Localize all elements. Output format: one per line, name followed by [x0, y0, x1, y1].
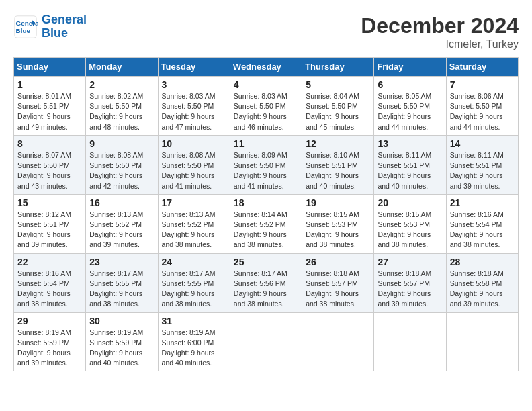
day-number: 11 [234, 138, 298, 149]
day-info: Sunrise: 8:11 AMSunset: 5:51 PMDaylight:… [450, 150, 515, 191]
day-number: 9 [89, 138, 154, 149]
day-number: 28 [450, 257, 515, 267]
day-info: Sunrise: 8:05 AMSunset: 5:50 PMDaylight:… [378, 91, 442, 132]
day-number: 2 [89, 79, 154, 90]
logo: General Blue General Blue [13, 13, 87, 40]
calendar-cell [446, 312, 518, 371]
day-info: Sunrise: 8:15 AMSunset: 5:53 PMDaylight:… [378, 210, 442, 250]
calendar-cell: 20 Sunrise: 8:15 AMSunset: 5:53 PMDaylig… [374, 194, 446, 253]
calendar-cell: 16 Sunrise: 8:13 AMSunset: 5:52 PMDaylig… [86, 194, 158, 253]
day-number: 27 [378, 257, 442, 267]
calendar-cell: 10 Sunrise: 8:08 AMSunset: 5:50 PMDaylig… [158, 135, 230, 194]
day-number: 14 [450, 138, 515, 149]
day-number: 3 [162, 79, 226, 90]
location: Icmeler, Turkey [361, 38, 519, 50]
calendar-cell: 8 Sunrise: 8:07 AMSunset: 5:50 PMDayligh… [14, 135, 86, 194]
day-info: Sunrise: 8:13 AMSunset: 5:52 PMDaylight:… [162, 210, 226, 250]
calendar-cell: 6 Sunrise: 8:05 AMSunset: 5:50 PMDayligh… [374, 77, 446, 136]
day-info: Sunrise: 8:19 AMSunset: 5:59 PMDaylight:… [89, 328, 154, 369]
calendar-week-row: 29 Sunrise: 8:19 AMSunset: 5:59 PMDaylig… [14, 312, 519, 371]
day-info: Sunrise: 8:03 AMSunset: 5:50 PMDaylight:… [234, 91, 298, 132]
day-info: Sunrise: 8:08 AMSunset: 5:50 PMDaylight:… [89, 150, 154, 191]
day-number: 16 [89, 197, 154, 208]
day-number: 7 [450, 79, 515, 90]
calendar-cell: 31 Sunrise: 8:19 AMSunset: 6:00 PMDaylig… [158, 312, 230, 371]
weekday-header: Saturday [446, 58, 518, 77]
day-number: 25 [234, 257, 298, 267]
day-number: 21 [450, 197, 515, 208]
day-number: 12 [306, 138, 370, 149]
calendar-cell: 7 Sunrise: 8:06 AMSunset: 5:50 PMDayligh… [446, 77, 518, 136]
calendar-cell [230, 312, 302, 371]
day-number: 1 [17, 79, 82, 90]
svg-text:Blue: Blue [16, 27, 31, 34]
day-info: Sunrise: 8:10 AMSunset: 5:51 PMDaylight:… [306, 150, 370, 191]
logo-icon: General Blue [13, 15, 38, 39]
day-number: 18 [234, 197, 298, 208]
day-info: Sunrise: 8:18 AMSunset: 5:57 PMDaylight:… [378, 269, 442, 310]
day-number: 8 [17, 138, 82, 149]
calendar-cell: 24 Sunrise: 8:17 AMSunset: 5:55 PMDaylig… [158, 253, 230, 312]
calendar-cell: 2 Sunrise: 8:02 AMSunset: 5:50 PMDayligh… [86, 77, 158, 136]
calendar-week-row: 22 Sunrise: 8:16 AMSunset: 5:54 PMDaylig… [14, 253, 519, 312]
day-number: 17 [162, 197, 226, 208]
calendar-table: SundayMondayTuesdayWednesdayThursdayFrid… [13, 57, 519, 371]
page-header: General Blue General Blue December 2024 … [13, 13, 519, 50]
day-number: 29 [17, 316, 82, 326]
day-info: Sunrise: 8:16 AMSunset: 5:54 PMDaylight:… [450, 210, 515, 250]
logo-text: General Blue [42, 13, 87, 40]
calendar-cell: 13 Sunrise: 8:11 AMSunset: 5:51 PMDaylig… [374, 135, 446, 194]
weekday-header: Monday [86, 58, 158, 77]
weekday-header-row: SundayMondayTuesdayWednesdayThursdayFrid… [14, 58, 519, 77]
weekday-header: Sunday [14, 58, 86, 77]
day-number: 24 [162, 257, 226, 267]
day-number: 15 [17, 197, 82, 208]
day-number: 13 [378, 138, 442, 149]
weekday-header: Tuesday [158, 58, 230, 77]
calendar-cell: 27 Sunrise: 8:18 AMSunset: 5:57 PMDaylig… [374, 253, 446, 312]
calendar-cell: 26 Sunrise: 8:18 AMSunset: 5:57 PMDaylig… [302, 253, 374, 312]
day-info: Sunrise: 8:11 AMSunset: 5:51 PMDaylight:… [378, 150, 442, 191]
title-block: December 2024 Icmeler, Turkey [361, 13, 519, 50]
calendar-week-row: 15 Sunrise: 8:12 AMSunset: 5:51 PMDaylig… [14, 194, 519, 253]
calendar-cell: 11 Sunrise: 8:09 AMSunset: 5:50 PMDaylig… [230, 135, 302, 194]
day-number: 22 [17, 257, 82, 267]
weekday-header: Wednesday [230, 58, 302, 77]
calendar-cell: 14 Sunrise: 8:11 AMSunset: 5:51 PMDaylig… [446, 135, 518, 194]
day-info: Sunrise: 8:09 AMSunset: 5:50 PMDaylight:… [234, 150, 298, 191]
calendar-cell: 5 Sunrise: 8:04 AMSunset: 5:50 PMDayligh… [302, 77, 374, 136]
day-info: Sunrise: 8:01 AMSunset: 5:51 PMDaylight:… [17, 91, 82, 132]
calendar-cell: 21 Sunrise: 8:16 AMSunset: 5:54 PMDaylig… [446, 194, 518, 253]
day-number: 6 [378, 79, 442, 90]
day-number: 10 [162, 138, 226, 149]
calendar-cell: 22 Sunrise: 8:16 AMSunset: 5:54 PMDaylig… [14, 253, 86, 312]
day-info: Sunrise: 8:03 AMSunset: 5:50 PMDaylight:… [162, 91, 226, 132]
day-info: Sunrise: 8:16 AMSunset: 5:54 PMDaylight:… [17, 269, 82, 310]
day-number: 5 [306, 79, 370, 90]
day-info: Sunrise: 8:14 AMSunset: 5:52 PMDaylight:… [234, 210, 298, 250]
day-info: Sunrise: 8:17 AMSunset: 5:56 PMDaylight:… [234, 269, 298, 310]
day-info: Sunrise: 8:08 AMSunset: 5:50 PMDaylight:… [162, 150, 226, 191]
calendar-week-row: 1 Sunrise: 8:01 AMSunset: 5:51 PMDayligh… [14, 77, 519, 136]
calendar-cell [374, 312, 446, 371]
day-info: Sunrise: 8:06 AMSunset: 5:50 PMDaylight:… [450, 91, 515, 132]
day-info: Sunrise: 8:07 AMSunset: 5:50 PMDaylight:… [17, 150, 82, 191]
calendar-cell: 23 Sunrise: 8:17 AMSunset: 5:55 PMDaylig… [86, 253, 158, 312]
day-number: 26 [306, 257, 370, 267]
day-info: Sunrise: 8:02 AMSunset: 5:50 PMDaylight:… [89, 91, 154, 132]
day-info: Sunrise: 8:13 AMSunset: 5:52 PMDaylight:… [89, 210, 154, 250]
month-title: December 2024 [361, 13, 519, 38]
calendar-cell: 28 Sunrise: 8:18 AMSunset: 5:58 PMDaylig… [446, 253, 518, 312]
day-info: Sunrise: 8:17 AMSunset: 5:55 PMDaylight:… [89, 269, 154, 310]
calendar-cell: 18 Sunrise: 8:14 AMSunset: 5:52 PMDaylig… [230, 194, 302, 253]
weekday-header: Friday [374, 58, 446, 77]
calendar-cell: 30 Sunrise: 8:19 AMSunset: 5:59 PMDaylig… [86, 312, 158, 371]
calendar-cell: 4 Sunrise: 8:03 AMSunset: 5:50 PMDayligh… [230, 77, 302, 136]
day-info: Sunrise: 8:15 AMSunset: 5:53 PMDaylight:… [306, 210, 370, 250]
calendar-cell: 3 Sunrise: 8:03 AMSunset: 5:50 PMDayligh… [158, 77, 230, 136]
day-number: 20 [378, 197, 442, 208]
calendar-cell: 19 Sunrise: 8:15 AMSunset: 5:53 PMDaylig… [302, 194, 374, 253]
calendar-cell: 9 Sunrise: 8:08 AMSunset: 5:50 PMDayligh… [86, 135, 158, 194]
calendar-cell [302, 312, 374, 371]
day-number: 23 [89, 257, 154, 267]
